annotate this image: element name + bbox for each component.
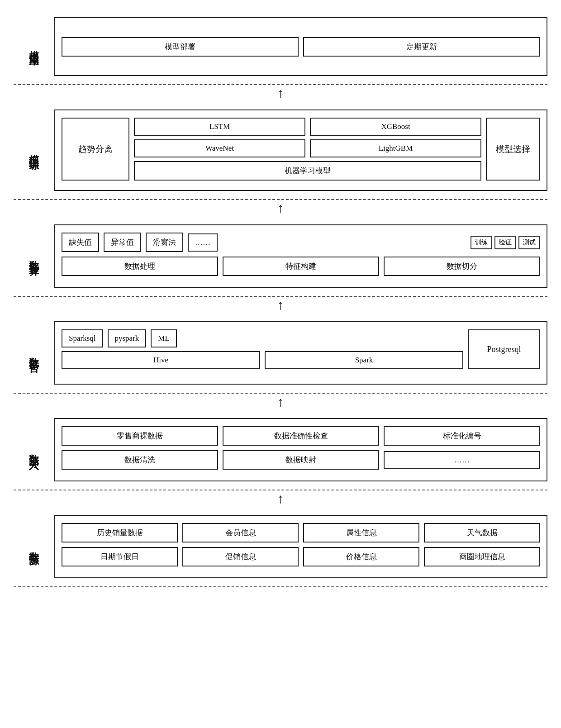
model-grid: LSTM XGBoost WaveNet LightGBM 机器学习模型 bbox=[134, 118, 481, 181]
source-top-row: 历史销量数据 会员信息 属性信息 天气数据 bbox=[62, 523, 540, 542]
box-data-accuracy: 数据准确性检查 bbox=[223, 426, 379, 446]
layer-content-model-apply: 模型部署 定期更新 bbox=[54, 17, 547, 76]
layer-label-data-source: 数据源 bbox=[14, 515, 54, 578]
layer-label-data-platform: 数据平台 bbox=[14, 321, 54, 385]
box-attribute-info: 属性信息 bbox=[303, 523, 419, 542]
model-apply-row: 模型部署 定期更新 bbox=[62, 37, 540, 57]
platform-main-row: Sparksql pyspark ML Hive Spark Postgresq… bbox=[62, 329, 540, 369]
box-spark: Spark bbox=[265, 351, 463, 369]
box-train-split: 训练 bbox=[471, 236, 492, 249]
box-weather-data: 天气数据 bbox=[424, 523, 540, 542]
compute-top-row: 缺失值 异常值 滑窗法 …… 训练 验证 测试 bbox=[62, 233, 540, 252]
layer-content-data-import: 零售商裸数据 数据准确性检查 标准化编号 数据清洗 数据映射 …… bbox=[54, 418, 547, 481]
box-date-holiday: 日期节假日 bbox=[62, 547, 178, 566]
layer-content-model-train: 趋势分离 LSTM XGBoost WaveNet LightGBM 机器学习模… bbox=[54, 109, 547, 191]
box-promo-info: 促销信息 bbox=[182, 547, 299, 566]
model-bottom-row: 机器学习模型 bbox=[134, 161, 481, 181]
box-test-split: 测试 bbox=[518, 236, 540, 249]
layer-label-model-apply: 模型应用 bbox=[14, 17, 54, 76]
box-trend-separation: 趋势分离 bbox=[62, 118, 129, 181]
compute-bottom-row: 数据处理 特征构建 数据切分 bbox=[62, 257, 540, 276]
box-ml: ML bbox=[151, 329, 177, 347]
box-etc: …… bbox=[188, 233, 218, 252]
import-bottom-row: 数据清洗 数据映射 …… bbox=[62, 450, 540, 470]
box-model-select: 模型选择 bbox=[486, 118, 540, 181]
platform-top-row: Sparksql pyspark ML bbox=[62, 329, 463, 347]
layer-content-data-source: 历史销量数据 会员信息 属性信息 天气数据 日期节假日 促销信息 价格信息 商圈… bbox=[54, 515, 547, 578]
box-feature-build: 特征构建 bbox=[223, 257, 379, 276]
split-boxes-group: 训练 验证 测试 bbox=[471, 236, 540, 249]
box-history-sales: 历史销量数据 bbox=[62, 523, 178, 542]
box-wavenet: WaveNet bbox=[134, 139, 305, 157]
box-hive: Hive bbox=[62, 351, 260, 369]
box-data-map: 数据映射 bbox=[223, 450, 379, 470]
model-mid-row: WaveNet LightGBM bbox=[134, 139, 481, 157]
connector-train-compute: ↑ bbox=[14, 200, 547, 216]
box-lstm: LSTM bbox=[134, 118, 305, 136]
platform-left: Sparksql pyspark ML Hive Spark bbox=[62, 329, 463, 369]
platform-bottom-row: Hive Spark bbox=[62, 351, 463, 369]
box-lightgbm: LightGBM bbox=[310, 139, 481, 157]
arrow-icon-5: ↑ bbox=[277, 490, 284, 507]
layer-model-train: 模型训练 趋势分离 LSTM XGBoost WaveNet LightGBM bbox=[14, 101, 547, 200]
box-retail-raw: 零售商裸数据 bbox=[62, 426, 218, 446]
box-validate-split: 验证 bbox=[494, 236, 516, 249]
layer-data-platform: 数据平台 Sparksql pyspark ML Hive Spark Post… bbox=[14, 313, 547, 394]
box-data-clean: 数据清洗 bbox=[62, 450, 218, 470]
layer-content-data-compute: 缺失值 异常值 滑窗法 …… 训练 验证 测试 数据处理 特征构建 数据切分 bbox=[54, 224, 547, 288]
layer-data-compute: 数据计算 缺失值 异常值 滑窗法 …… 训练 验证 测试 数据处理 特征构建 数… bbox=[14, 216, 547, 297]
box-regular-update: 定期更新 bbox=[303, 37, 540, 57]
box-standardize-id: 标准化编号 bbox=[384, 426, 540, 446]
arrow-icon-4: ↑ bbox=[277, 394, 284, 410]
connector-platform-import: ↑ bbox=[14, 394, 547, 410]
layer-data-import: 数据导入 零售商裸数据 数据准确性检查 标准化编号 数据清洗 数据映射 …… bbox=[14, 410, 547, 490]
layer-label-data-import: 数据导入 bbox=[14, 418, 54, 481]
box-postgresql: Postgresql bbox=[468, 329, 540, 369]
layer-label-model-train: 模型训练 bbox=[14, 109, 54, 191]
box-sparksql: Sparksql bbox=[62, 329, 103, 347]
import-top-row: 零售商裸数据 数据准确性检查 标准化编号 bbox=[62, 426, 540, 446]
source-bottom-row: 日期节假日 促销信息 价格信息 商圈地理信息 bbox=[62, 547, 540, 566]
box-price-info: 价格信息 bbox=[303, 547, 419, 566]
layer-content-data-platform: Sparksql pyspark ML Hive Spark Postgresq… bbox=[54, 321, 547, 385]
layer-data-source: 数据源 历史销量数据 会员信息 属性信息 天气数据 日期节假日 促销信息 价格信… bbox=[14, 507, 547, 587]
connector-apply-train: ↑ bbox=[14, 85, 547, 101]
architecture-diagram: 模型应用 模型部署 定期更新 ↑ 模型训练 趋势分离 LSTM XGBoost bbox=[14, 9, 547, 587]
model-top-row: LSTM XGBoost bbox=[134, 118, 481, 136]
box-anomaly-val: 异常值 bbox=[104, 233, 141, 252]
box-ml-model: 机器学习模型 bbox=[134, 161, 481, 181]
box-pyspark: pyspark bbox=[108, 329, 147, 347]
box-missing-val: 缺失值 bbox=[62, 233, 99, 252]
box-etc2: …… bbox=[384, 451, 540, 469]
layer-label-data-compute: 数据计算 bbox=[14, 224, 54, 288]
box-data-split: 数据切分 bbox=[384, 257, 540, 276]
box-xgboost: XGBoost bbox=[310, 118, 481, 136]
arrow-icon-2: ↑ bbox=[277, 200, 284, 216]
box-model-deploy: 模型部署 bbox=[62, 37, 299, 57]
connector-import-source: ↑ bbox=[14, 490, 547, 507]
arrow-icon-1: ↑ bbox=[277, 85, 284, 101]
box-geo-info: 商圈地理信息 bbox=[424, 547, 540, 566]
connector-compute-platform: ↑ bbox=[14, 297, 547, 313]
box-data-process: 数据处理 bbox=[62, 257, 218, 276]
model-train-row: 趋势分离 LSTM XGBoost WaveNet LightGBM 机器学习模… bbox=[62, 118, 540, 181]
box-sliding-window: 滑窗法 bbox=[146, 233, 183, 252]
arrow-icon-3: ↑ bbox=[277, 297, 284, 313]
layer-model-apply: 模型应用 模型部署 定期更新 bbox=[14, 9, 547, 85]
box-member-info: 会员信息 bbox=[182, 523, 299, 542]
